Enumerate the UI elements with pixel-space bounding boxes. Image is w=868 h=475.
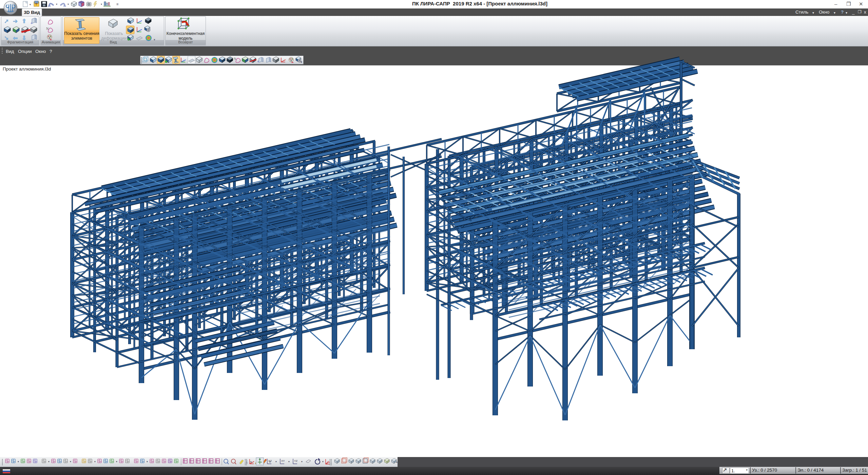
svg-text:▾: ▾ [301, 460, 303, 463]
svg-text:N: N [46, 27, 49, 31]
svg-text:➔: ➔ [13, 18, 18, 24]
svg-text:▾: ▾ [288, 460, 290, 463]
svg-text:▾: ▾ [30, 3, 31, 6]
svg-text:≡: ≡ [116, 2, 118, 6]
svg-text:▾: ▾ [18, 460, 19, 463]
svg-text:+: + [31, 21, 33, 25]
svg-text:▾: ▾ [48, 460, 50, 463]
svg-text:▾: ▾ [396, 461, 398, 464]
svg-text:▾: ▾ [56, 3, 57, 6]
svg-text:⬅: ⬅ [13, 35, 18, 41]
svg-text:+: + [257, 60, 259, 63]
svg-text:▾: ▾ [322, 460, 324, 463]
svg-text:▾: ▾ [147, 460, 148, 463]
svg-text:▾: ▾ [67, 3, 69, 6]
svg-text:▾: ▾ [301, 60, 302, 64]
svg-text:N: N [234, 57, 236, 61]
svg-text:XY: XY [281, 459, 285, 462]
svg-text:▾: ▾ [94, 460, 96, 463]
svg-text:▾: ▾ [275, 460, 277, 463]
svg-text:XZ: XZ [268, 459, 272, 462]
svg-text:▾: ▾ [154, 38, 155, 41]
svg-text:▾: ▾ [116, 460, 117, 463]
svg-text:⬇: ⬇ [22, 35, 26, 41]
svg-text:➘: ➘ [4, 35, 9, 41]
svg-text:▾: ▾ [70, 460, 71, 463]
svg-text:⬆: ⬆ [22, 18, 26, 24]
svg-text:▾: ▾ [101, 3, 102, 6]
svg-text:➚: ➚ [4, 18, 9, 24]
svg-text:YZ: YZ [294, 459, 297, 462]
